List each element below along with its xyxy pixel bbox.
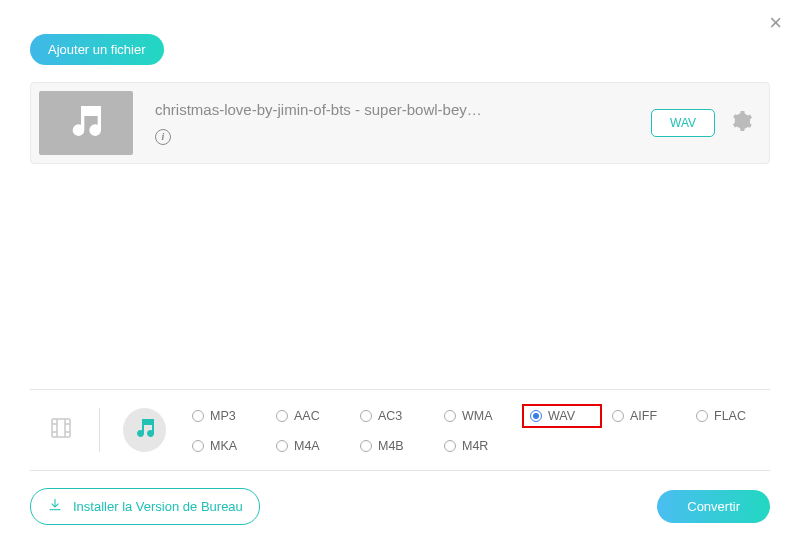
radio-icon	[696, 410, 708, 422]
format-label: M4R	[462, 439, 488, 453]
format-option-aac[interactable]: AAC	[270, 404, 350, 428]
music-note-icon	[133, 416, 157, 444]
info-icon[interactable]: i	[155, 129, 171, 145]
format-option-aiff[interactable]: AIFF	[606, 404, 686, 428]
format-panel: MP3AACAC3WMAWAVAIFFFLACMKAM4AM4BM4R	[30, 389, 770, 471]
radio-icon	[360, 410, 372, 422]
file-info: christmas-love-by-jimin-of-bts - super-b…	[155, 101, 651, 145]
radio-icon	[276, 410, 288, 422]
format-option-m4a[interactable]: M4A	[270, 436, 350, 456]
radio-icon	[192, 410, 204, 422]
divider	[99, 408, 100, 452]
format-option-mka[interactable]: MKA	[186, 436, 266, 456]
format-option-flac[interactable]: FLAC	[690, 404, 770, 428]
format-option-ac3[interactable]: AC3	[354, 404, 434, 428]
download-icon	[47, 497, 63, 516]
convert-button[interactable]: Convertir	[657, 490, 770, 523]
tab-audio[interactable]	[123, 408, 166, 452]
file-title: christmas-love-by-jimin-of-bts - super-b…	[155, 101, 651, 118]
gear-icon[interactable]	[731, 110, 753, 136]
format-label: MP3	[210, 409, 236, 423]
format-option-m4b[interactable]: M4B	[354, 436, 434, 456]
format-grid: MP3AACAC3WMAWAVAIFFFLACMKAM4AM4BM4R	[186, 404, 770, 456]
radio-icon	[444, 440, 456, 452]
radio-icon	[444, 410, 456, 422]
format-label: AC3	[378, 409, 402, 423]
format-option-wav[interactable]: WAV	[522, 404, 602, 428]
format-label: WMA	[462, 409, 493, 423]
format-label: WAV	[548, 409, 575, 423]
format-label: MKA	[210, 439, 237, 453]
film-icon	[49, 416, 73, 444]
radio-icon	[612, 410, 624, 422]
format-label: M4B	[378, 439, 404, 453]
svg-rect-0	[52, 419, 70, 437]
format-option-mp3[interactable]: MP3	[186, 404, 266, 428]
format-label: FLAC	[714, 409, 746, 423]
install-desktop-button[interactable]: Installer la Version de Bureau	[30, 488, 260, 525]
radio-icon	[276, 440, 288, 452]
radio-icon	[530, 410, 542, 422]
format-label: AAC	[294, 409, 320, 423]
radio-icon	[360, 440, 372, 452]
file-thumbnail	[39, 91, 133, 155]
format-label: AIFF	[630, 409, 657, 423]
format-label: M4A	[294, 439, 320, 453]
install-label: Installer la Version de Bureau	[73, 499, 243, 514]
bottom-bar: Installer la Version de Bureau Convertir	[30, 488, 770, 525]
add-file-button[interactable]: Ajouter un fichier	[30, 34, 164, 65]
format-option-m4r[interactable]: M4R	[438, 436, 518, 456]
format-option-wma[interactable]: WMA	[438, 404, 518, 428]
file-card: christmas-love-by-jimin-of-bts - super-b…	[30, 82, 770, 164]
music-note-icon	[66, 101, 106, 145]
selected-format-badge[interactable]: WAV	[651, 109, 715, 137]
radio-icon	[192, 440, 204, 452]
tab-video[interactable]	[40, 408, 83, 452]
close-button[interactable]: ×	[769, 10, 782, 36]
